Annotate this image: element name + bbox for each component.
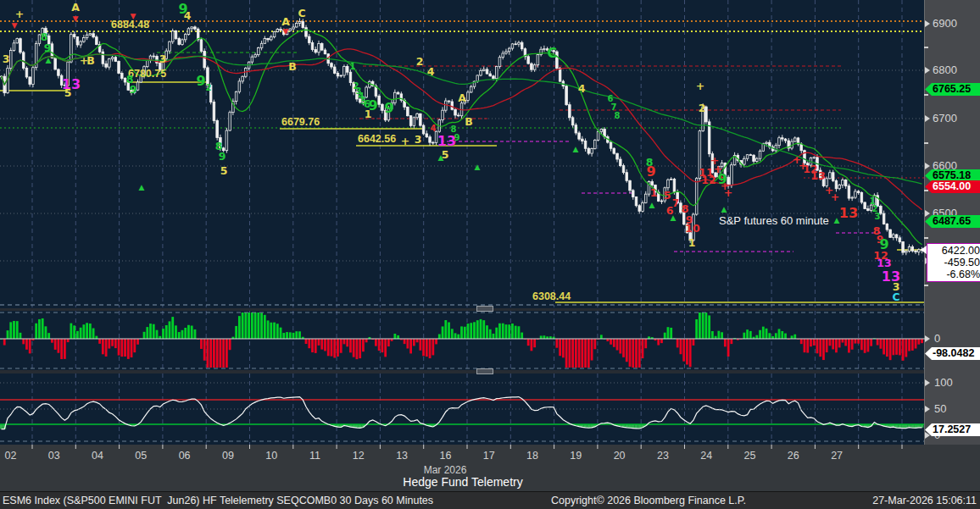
last-price-box: 6422.00 -459.50 -6.68% bbox=[927, 243, 980, 282]
day-label-03: 03 bbox=[48, 450, 60, 462]
copyright-text: Copyright© 2026 Bloomberg Finance L.P. bbox=[551, 495, 746, 506]
day-label-23: 23 bbox=[657, 450, 669, 462]
day-label-18: 18 bbox=[526, 450, 538, 462]
price-panel[interactable] bbox=[0, 0, 924, 308]
day-label-13: 13 bbox=[396, 450, 408, 462]
day-label-04: 04 bbox=[92, 450, 103, 462]
last-price: 6422.00 bbox=[927, 245, 980, 257]
bloomberg-chart-window: 6900680067006600650064006765.256575.1865… bbox=[0, 0, 980, 509]
day-label-16: 16 bbox=[439, 450, 451, 462]
panel-divider-handle[interactable] bbox=[476, 368, 493, 374]
day-label-24: 24 bbox=[700, 450, 712, 462]
day-label-10: 10 bbox=[265, 450, 277, 462]
month-label: Mar 2026 bbox=[424, 464, 467, 476]
day-label-27: 27 bbox=[831, 450, 843, 462]
panel-divider-handle[interactable] bbox=[476, 306, 493, 312]
net-change: -459.50 bbox=[927, 257, 980, 268]
day-label-25: 25 bbox=[744, 450, 756, 462]
security-description: ESM6 Index (S&P500 EMINI FUT Jun26) HF T… bbox=[3, 495, 433, 506]
datetime-text: 27-Mar-2026 15:06:11 bbox=[872, 495, 977, 506]
day-label-11: 11 bbox=[309, 450, 320, 462]
day-label-02: 02 bbox=[4, 450, 16, 462]
day-label-26: 26 bbox=[788, 450, 799, 462]
day-label-12: 12 bbox=[353, 450, 365, 462]
chart-note: S&P futures 60 minute bbox=[719, 214, 829, 227]
last-price-notch-icon bbox=[921, 246, 927, 254]
status-bar: ESM6 Index (S&P500 EMINI FUT Jun26) HF T… bbox=[0, 491, 980, 509]
chart-canvas[interactable] bbox=[0, 0, 980, 509]
pct-change: -6.68% bbox=[927, 268, 980, 280]
day-label-09: 09 bbox=[222, 450, 234, 462]
page-title: Hedge Fund Telemetry bbox=[403, 475, 522, 489]
day-label-17: 17 bbox=[483, 450, 495, 462]
day-label-05: 05 bbox=[135, 450, 147, 462]
day-label-06: 06 bbox=[179, 450, 191, 462]
day-label-19: 19 bbox=[570, 450, 582, 462]
day-label-20: 20 bbox=[614, 450, 626, 462]
